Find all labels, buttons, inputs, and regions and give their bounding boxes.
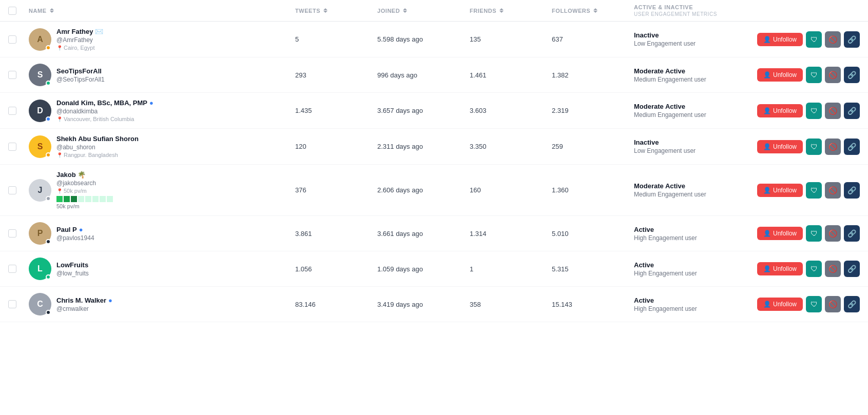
block-button[interactable]: 🚫 — [825, 139, 841, 155]
location-text: Rangpur. Bangladesh — [64, 152, 118, 158]
header-name[interactable]: NAME — [29, 8, 295, 14]
user-name: SeoTipsForAll — [56, 67, 105, 75]
user-location: 📍 Rangpur. Bangladesh — [56, 152, 139, 158]
row-checkbox[interactable] — [8, 229, 16, 238]
user-cell: S SeoTipsForAll @SeoTipsForAll1 — [29, 64, 295, 86]
row-checkbox-cell — [8, 35, 29, 44]
user-tag-blocks — [56, 196, 113, 202]
user-cell: D Donald Kim, BSc, MBA, PMP ● @donaldkim… — [29, 99, 295, 122]
header-tweets[interactable]: TWEETS — [295, 8, 377, 14]
unfollow-button[interactable]: 👤 Unfollow — [757, 33, 803, 46]
row-checkbox[interactable] — [8, 300, 16, 308]
unfollow-button[interactable]: 👤 Unfollow — [757, 184, 803, 197]
engagement-status: Active — [634, 226, 757, 233]
select-all-cell — [8, 7, 29, 15]
followers-cell: 2.319 — [552, 107, 634, 114]
user-handle[interactable]: @low_fruits — [56, 270, 89, 277]
engagement-status: Inactive — [634, 139, 757, 146]
avatar-status-dot — [46, 152, 51, 157]
user-name: Amr Fathey ✉️ — [56, 28, 103, 35]
header-friends[interactable]: FRIENDS — [470, 8, 552, 14]
link-button[interactable]: 🔗 — [844, 31, 860, 48]
friends-cell: 160 — [470, 186, 552, 194]
user-info: SeoTipsForAll @SeoTipsForAll1 — [56, 67, 105, 83]
followers-cell: 5.315 — [552, 265, 634, 273]
shield-button[interactable]: 🛡 — [806, 182, 822, 199]
friends-cell: 3.350 — [470, 143, 552, 150]
shield-button[interactable]: 🛡 — [806, 103, 822, 119]
block-button[interactable]: 🚫 — [825, 261, 841, 277]
block-button[interactable]: 🚫 — [825, 103, 841, 119]
block-icon: 🚫 — [828, 265, 837, 273]
user-location: 📍 Cairo, Egypt — [56, 45, 103, 51]
user-handle[interactable]: @AmrFathey — [56, 36, 103, 44]
actions-cell: 👤 Unfollow 🛡 🚫 🔗 — [757, 261, 860, 277]
unfollow-button[interactable]: 👤 Unfollow — [757, 68, 803, 82]
row-checkbox[interactable] — [8, 143, 16, 151]
row-checkbox[interactable] — [8, 265, 16, 273]
actions-cell: 👤 Unfollow 🛡 🚫 🔗 — [757, 103, 860, 119]
row-checkbox[interactable] — [8, 107, 16, 115]
user-cell: J Jakob 🌴 @jakobsearch 📍 50k pv/m 50k pv… — [29, 171, 295, 209]
link-button[interactable]: 🔗 — [844, 261, 860, 277]
block-button[interactable]: 🚫 — [825, 67, 841, 83]
link-icon: 🔗 — [847, 35, 856, 44]
unfollow-label: Unfollow — [773, 143, 797, 150]
user-handle[interactable]: @donaldkimba — [56, 108, 153, 115]
user-handle[interactable]: @pavlos1944 — [56, 234, 94, 242]
sort-arrow-down — [499, 11, 504, 13]
user-handle[interactable]: @SeoTipsForAll1 — [56, 76, 105, 83]
link-button[interactable]: 🔗 — [844, 182, 860, 199]
sort-arrow-up — [323, 8, 327, 10]
block-button[interactable]: 🚫 — [825, 225, 841, 242]
verified-badge: ● — [108, 297, 112, 304]
shield-button[interactable]: 🛡 — [806, 296, 822, 312]
shield-button[interactable]: 🛡 — [806, 225, 822, 242]
engagement-cell: Moderate Active Medium Engagement user — [634, 67, 757, 83]
unfollow-button[interactable]: 👤 Unfollow — [757, 104, 803, 117]
shield-button[interactable]: 🛡 — [806, 261, 822, 277]
unfollow-button[interactable]: 👤 Unfollow — [757, 298, 803, 311]
sort-arrow-up — [499, 8, 504, 10]
shield-button[interactable]: 🛡 — [806, 31, 822, 48]
engagement-cell: Moderate Active Medium Engagement user — [634, 103, 757, 118]
user-handle[interactable]: @abu_shoron — [56, 144, 139, 151]
shield-button[interactable]: 🛡 — [806, 139, 822, 155]
link-button[interactable]: 🔗 — [844, 103, 860, 119]
unfollow-icon: 👤 — [763, 36, 771, 43]
unfollow-button[interactable]: 👤 Unfollow — [757, 140, 803, 153]
avatar-wrapper: L — [29, 258, 51, 280]
user-handle[interactable]: @jakobsearch — [56, 180, 113, 187]
row-checkbox[interactable] — [8, 186, 16, 194]
sort-arrow-down — [323, 11, 327, 13]
friends-cell: 1 — [470, 265, 552, 273]
table-row: S Shekh Abu Sufian Shoron @abu_shoron 📍 … — [0, 129, 868, 165]
shield-icon: 🛡 — [811, 35, 818, 44]
avatar-wrapper: C — [29, 293, 51, 315]
link-button[interactable]: 🔗 — [844, 139, 860, 155]
select-all-checkbox[interactable] — [8, 7, 16, 15]
row-checkbox[interactable] — [8, 71, 16, 79]
block-button[interactable]: 🚫 — [825, 31, 841, 48]
block-icon: 🚫 — [828, 143, 837, 151]
unfollow-button[interactable]: 👤 Unfollow — [757, 262, 803, 275]
unfollow-button[interactable]: 👤 Unfollow — [757, 227, 803, 240]
tag-block — [78, 196, 84, 202]
link-button[interactable]: 🔗 — [844, 296, 860, 312]
unfollow-label: Unfollow — [773, 301, 797, 308]
tag-block — [100, 196, 106, 202]
link-button[interactable]: 🔗 — [844, 225, 860, 242]
joined-sort-arrows — [403, 8, 407, 13]
user-info: Donald Kim, BSc, MBA, PMP ● @donaldkimba… — [56, 99, 153, 122]
joined-cell: 996 days ago — [377, 71, 470, 79]
row-checkbox[interactable] — [8, 35, 16, 44]
header-joined[interactable]: JOINED — [377, 8, 470, 14]
user-handle[interactable]: @cmwalker — [56, 305, 112, 312]
header-followers[interactable]: FOLLOWERS — [552, 8, 634, 14]
header-followers-label: FOLLOWERS — [552, 8, 590, 14]
block-button[interactable]: 🚫 — [825, 182, 841, 199]
link-button[interactable]: 🔗 — [844, 67, 860, 83]
unfollow-icon: 👤 — [763, 71, 771, 78]
block-button[interactable]: 🚫 — [825, 296, 841, 312]
shield-button[interactable]: 🛡 — [806, 67, 822, 83]
